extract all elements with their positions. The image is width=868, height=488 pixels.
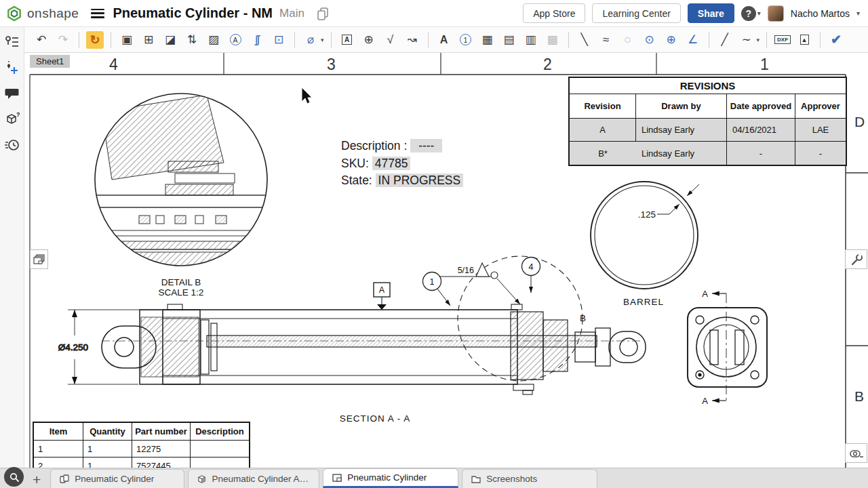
document-tab-bar: + Pneumatic Cylinder Pneumatic Cylinder … (0, 468, 868, 488)
detail-view-b[interactable]: DETAIL B SCALE 1:2 (94, 94, 269, 298)
hole-table-icon[interactable]: ▥ (522, 31, 540, 49)
part-studio-icon (59, 474, 70, 485)
dimension-icon[interactable]: ⌀ (302, 31, 319, 49)
share-button[interactable]: Share (688, 3, 734, 23)
dimension-caret-icon[interactable]: ▾ (321, 37, 324, 43)
svg-text:SECTION A - A: SECTION A - A (340, 413, 411, 424)
bom-col-description: Description (191, 423, 249, 441)
table-cell: 7527445 (132, 458, 191, 468)
main-menu-icon[interactable] (91, 9, 104, 18)
folder-icon (471, 474, 481, 485)
insert-view-icon[interactable]: ▣ (118, 31, 136, 49)
zone-label-d: D (854, 114, 865, 130)
table-cell: 1 (34, 441, 83, 458)
help-menu[interactable]: ? ▾ (741, 6, 761, 21)
add-tab-button[interactable]: + (33, 472, 41, 487)
svg-text:4: 4 (529, 262, 534, 272)
sheets-icon (33, 253, 46, 266)
svg-text:A: A (702, 289, 708, 299)
comments-icon[interactable] (4, 85, 20, 102)
tab-pneumatic-cylinder-partstudio[interactable]: Pneumatic Cylinder (50, 469, 184, 488)
geometric-tolerance-icon[interactable]: ⊕ (360, 31, 378, 49)
surface-finish-icon[interactable]: √ (382, 31, 399, 49)
description-value: ---- (410, 139, 442, 152)
bend-table-icon[interactable]: ▩ (544, 31, 561, 49)
crop-view-icon[interactable]: ⊡ (270, 31, 288, 49)
measure-icon[interactable]: ✔ (827, 31, 845, 49)
table-cell: 1 (83, 458, 132, 468)
svg-text:B: B (580, 313, 586, 323)
callout-icon[interactable]: ↝ (403, 31, 421, 49)
table-cell: 2 (34, 458, 83, 468)
sketch-line-icon[interactable]: ╱ (716, 31, 734, 49)
update-views-icon[interactable]: ↻ (86, 31, 104, 49)
section-view-a-a[interactable]: Ø4.250 (58, 256, 646, 424)
export-dxf-icon[interactable]: DXF (774, 31, 791, 49)
tab-pneumatic-cylinder-assembly[interactable]: Pneumatic Cylinder Ass... (188, 469, 319, 488)
app-store-button[interactable]: App Store (523, 3, 585, 23)
sheet-tab[interactable]: Sheet1 (30, 55, 70, 68)
insert-image-icon[interactable]: ▴ (795, 31, 813, 49)
measure-panel-button[interactable] (845, 443, 867, 463)
sheets-panel-button[interactable] (30, 249, 48, 269)
state-line: State: IN PROGRESS (341, 172, 463, 190)
user-name[interactable]: Nacho Martos (791, 8, 850, 19)
barrel-view[interactable]: .125 BARREL (591, 182, 699, 307)
circular-centerline-icon[interactable]: ⊙ (641, 31, 658, 49)
svg-text:SCALE 1:2: SCALE 1:2 (159, 287, 204, 298)
tab-label: Pneumatic Cylinder Ass... (212, 474, 311, 484)
revisions-col-approver: Approver (795, 94, 846, 119)
note-icon[interactable]: A (435, 31, 453, 49)
versions-icon[interactable] (4, 60, 20, 76)
branch-name[interactable]: Main (279, 7, 304, 20)
spline-icon[interactable]: ∼ (738, 31, 755, 49)
copy-document-icon[interactable] (315, 6, 330, 21)
table-icon[interactable]: ▦ (479, 31, 496, 49)
revisions-col-date: Date approved (727, 94, 795, 119)
learning-center-button[interactable]: Learning Center (592, 3, 680, 23)
centerline-points-icon[interactable]: ╲ (576, 31, 593, 49)
tab-label: Screenshots (486, 474, 537, 484)
datum-icon[interactable]: A (338, 31, 356, 49)
detail-view-icon[interactable]: ▨ (205, 31, 222, 49)
projected-view-icon[interactable]: ⊞ (140, 31, 157, 49)
bom-table[interactable]: Item Quantity Part number Description 1 … (33, 422, 250, 468)
center-mark-dotted-icon[interactable]: ◌ (619, 31, 637, 49)
bom-col-quantity: Quantity (83, 423, 132, 441)
revisions-table[interactable]: REVISIONS Revision Drawn by Date approve… (568, 77, 847, 166)
broken-view-icon[interactable]: ʃʃ (248, 31, 266, 49)
centerline-icon[interactable]: ≈ (597, 31, 615, 49)
section-view-icon[interactable]: ◪ (161, 31, 179, 49)
help-icon[interactable]: ? (741, 6, 756, 21)
wrench-icon (850, 253, 863, 266)
auxiliary-view-icon[interactable]: A (226, 31, 244, 49)
tools-panel-button[interactable] (845, 249, 867, 269)
tab-label: Pneumatic Cylinder (347, 472, 427, 483)
drawing-canvas[interactable]: Sheet1 4 3 2 1 D B (24, 53, 868, 468)
part-help-icon[interactable]: ? (4, 111, 20, 127)
tab-search-button[interactable] (4, 467, 24, 487)
onshape-logo[interactable]: onshape (0, 5, 85, 22)
chamfer-dimension-icon[interactable]: ∠ (684, 31, 702, 49)
tab-screenshots-folder[interactable]: Screenshots (462, 469, 597, 488)
svg-text:DETAIL B: DETAIL B (161, 277, 201, 287)
flange-view[interactable]: A A (688, 289, 767, 406)
balloon-icon[interactable]: 1 (457, 31, 475, 49)
move-section-icon[interactable]: ⇅ (183, 31, 201, 49)
history-icon[interactable] (4, 137, 20, 153)
center-mark-icon[interactable]: ⊕ (663, 31, 680, 49)
table-cell: 1 (83, 441, 132, 458)
properties-note[interactable]: Description : ---- SKU: 47785 State: IN … (341, 138, 463, 190)
spline-caret-icon[interactable]: ▾ (757, 37, 760, 43)
zone-label-3: 3 (327, 56, 336, 74)
user-avatar[interactable] (768, 5, 784, 22)
bom-table-icon[interactable]: ▤ (500, 31, 518, 49)
tab-pneumatic-cylinder-drawing[interactable]: Pneumatic Cylinder (323, 468, 458, 488)
onshape-logo-icon (5, 5, 23, 22)
redo-icon[interactable]: ↷ (54, 31, 72, 49)
feature-list-icon[interactable] (4, 34, 20, 50)
svg-text:?: ? (16, 112, 20, 118)
sku-line: SKU: 47785 (341, 155, 463, 173)
user-menu-caret-icon[interactable]: ▾ (856, 9, 860, 17)
undo-icon[interactable]: ↶ (33, 31, 50, 49)
